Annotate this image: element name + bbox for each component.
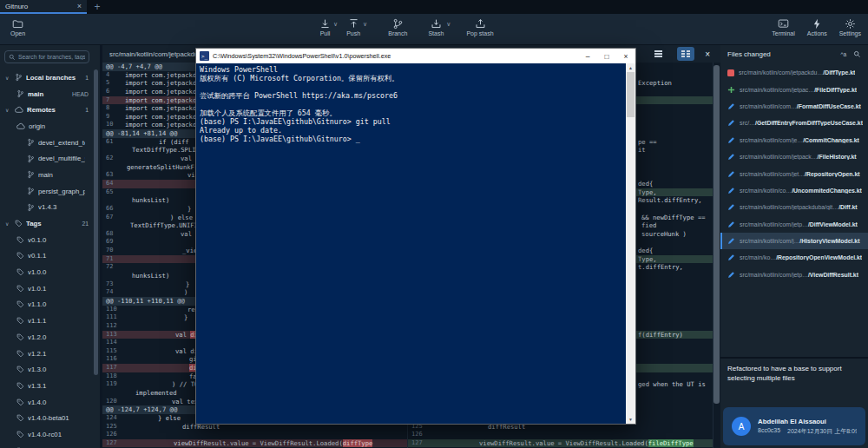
open-button[interactable]: Open — [10, 18, 25, 36]
powershell-window[interactable]: >_ C:\Windows\System32\WindowsPowerShell… — [195, 48, 636, 425]
tree-row[interactable]: v1.4.1 — [0, 443, 94, 448]
modified-icon — [727, 221, 735, 228]
file-path: src/main/kotlin/com/jetpack… — [740, 154, 818, 160]
file-row[interactable]: src/main/kotlin/com/jetp…/DiffViewModel.… — [720, 216, 868, 233]
minimize-button[interactable]: – — [578, 49, 597, 63]
tree-row[interactable]: main — [0, 167, 94, 183]
tag-icon — [16, 333, 24, 341]
tree-row[interactable]: v1.4.3 — [0, 200, 94, 216]
file-path: src/main/kotlin/com/je… — [740, 137, 803, 143]
file-path: src/main/kotlin/com/jetpac… — [740, 87, 814, 93]
file-row[interactable]: src/…/GetDiffEntryFromDiffTypeUseCase.kt — [720, 115, 868, 131]
diff-scrollbar[interactable] — [713, 65, 720, 404]
maximize-button[interactable]: □ — [597, 49, 616, 63]
tab-gitnuro[interactable]: Gitnuro × — [0, 0, 87, 14]
tree-row[interactable]: v1.3.1 — [0, 378, 94, 394]
tree-row[interactable]: origin — [0, 118, 94, 135]
file-row[interactable]: src/main/kotlin/com/j…/HistoryViewModel.… — [720, 233, 868, 249]
tree-row[interactable]: ∨ Remotes 1 — [0, 102, 94, 118]
file-path: src/main/kotlin/com/jetpackduba/git… — [740, 204, 838, 210]
split-view-icon[interactable] — [677, 47, 694, 61]
file-row[interactable]: src/main/kotlin/com…/FormatDiffUseCase.k… — [720, 98, 868, 115]
diff-token: diffType — [343, 439, 373, 447]
tree-row[interactable]: devel_multifile_selec… — [0, 150, 94, 167]
tree-row[interactable]: main HEAD — [0, 86, 94, 102]
file-row[interactable]: src/main/ko…/RepositoryOpenViewModel.kt — [720, 249, 868, 266]
tag-icon — [16, 300, 24, 308]
file-path: src/main/kotlin/com/jetp… — [740, 221, 808, 227]
pull-button[interactable]: Pull — [319, 18, 331, 36]
terminal-button[interactable]: Terminal — [772, 18, 794, 36]
powershell-title-bar[interactable]: >_ C:\Windows\System32\WindowsPowerShell… — [196, 49, 635, 63]
push-button[interactable]: Push — [346, 18, 360, 36]
stash-button[interactable]: Stash — [428, 18, 444, 36]
tree-row[interactable]: v1.4.0-rc01 — [0, 426, 94, 443]
diff-line: 126 — [102, 431, 407, 439]
file-row[interactable]: src/main/kotlin/com/jet…/RepositoryOpen.… — [720, 165, 868, 181]
sidebar-scrollbar[interactable] — [94, 69, 98, 375]
settings-button[interactable]: Settings — [839, 18, 861, 36]
tree-row[interactable]: v1.3.0 — [0, 361, 94, 378]
tree-row[interactable]: v1.2.1 — [0, 346, 94, 362]
push-dropdown-chevron-icon[interactable]: ∨ — [363, 21, 367, 28]
branch-button[interactable]: Branch — [388, 18, 407, 36]
file-name: /FileHistory.kt — [818, 154, 857, 160]
pop-stash-button[interactable]: Pop stash — [466, 18, 493, 36]
tab-close-icon[interactable]: × — [77, 2, 82, 10]
diff-close-icon[interactable]: × — [705, 49, 710, 59]
scrollbar-thumb[interactable] — [627, 72, 635, 117]
terminal-output[interactable]: Windows PowerShell版权所有 (C) Microsoft Cor… — [196, 63, 626, 424]
search-input[interactable] — [18, 54, 85, 60]
tree-row[interactable]: v1.0.1 — [0, 280, 94, 297]
file-row[interactable]: src/main/kotlin/co…/UncommitedChanges.kt — [720, 182, 868, 199]
tag-icon — [16, 414, 24, 422]
scroll-down-icon[interactable]: ▼ — [628, 415, 633, 424]
tree-item-label: v1.4.3 — [38, 203, 85, 211]
chevron-down-icon[interactable]: ∨ — [5, 75, 11, 81]
new-tab-button[interactable]: + — [87, 0, 108, 14]
file-row[interactable]: src/main/kotlin/com/jetpac…/FileDiffType… — [720, 81, 868, 97]
tree-row[interactable]: ∨ Local branches 1 — [0, 69, 94, 86]
tree-row[interactable]: v1.1.1 — [0, 313, 94, 329]
unified-view-icon[interactable] — [649, 47, 667, 61]
terminal-scrollbar[interactable]: ▲ ▼ — [626, 63, 635, 424]
tree-row[interactable]: v1.4.0 — [0, 394, 94, 411]
chevron-down-icon[interactable]: ∨ — [5, 221, 11, 227]
commit-author-card[interactable]: A Abdelilah El Aissaoui 8cc0c35 2024年12月… — [723, 407, 865, 445]
file-row[interactable]: src/main/kotlin/com/jetpack…/FileHistory… — [720, 148, 868, 165]
stash-dropdown-chevron-icon[interactable]: ∨ — [446, 21, 450, 28]
tree-row[interactable]: devel_extend_termina… — [0, 135, 94, 151]
scroll-up-icon[interactable]: ▲ — [628, 63, 633, 72]
file-row[interactable]: src/main/kotlin/com/jetpackdu…/DiffType.… — [720, 64, 868, 81]
file-row[interactable]: src/main/kotlin/com/jetpackduba/git…/Dif… — [720, 199, 868, 215]
tree-row[interactable]: persist_graph_paddin… — [0, 183, 94, 200]
tree-row[interactable]: v1.2.0 — [0, 329, 94, 346]
file-name: /HistoryViewModel.kt — [799, 238, 859, 244]
branch-search-box[interactable] — [4, 50, 89, 63]
tree-row[interactable]: v0.1.1 — [0, 248, 94, 265]
file-row[interactable]: src/main/kotlin/com/je…/CommitChanges.kt — [720, 132, 868, 148]
file-name: /FormatDiffUseCase.kt — [797, 103, 861, 109]
tree-item-label: persist_graph_paddin… — [38, 188, 85, 195]
file-path: src/main/kotlin/co… — [740, 188, 792, 194]
tree-row[interactable]: v0.1.0 — [0, 232, 94, 248]
tree-row[interactable]: v1.1.0 — [0, 297, 94, 313]
chevron-down-icon[interactable]: ∨ — [5, 107, 11, 113]
tree-item-label: Local branches — [26, 74, 82, 82]
tree-row[interactable]: v1.4.0-beta01 — [0, 410, 94, 426]
tree-item-label: v1.3.0 — [28, 366, 85, 373]
diff-line: 126 — [408, 431, 713, 439]
pull-dropdown-chevron-icon[interactable]: ∨ — [333, 21, 338, 28]
tree-item-badge: 21 — [82, 221, 94, 227]
close-button[interactable]: × — [616, 49, 635, 63]
tree-row[interactable]: ∨ Tags 21 — [0, 215, 94, 232]
terminal-line: 加载个人及系统配置文件用了 654 毫秒。 — [200, 109, 622, 117]
actions-button[interactable]: Actions — [807, 18, 827, 36]
tree-item-label: Tags — [26, 220, 78, 227]
search-files-icon[interactable] — [853, 50, 861, 58]
text-options-icon[interactable]: ᴬa — [840, 51, 846, 57]
file-row[interactable]: src/main/kotlin/com/jetp…/ViewDiffResult… — [720, 267, 868, 283]
tree-item-label: v1.0.0 — [28, 268, 85, 276]
line-number: 62 — [102, 155, 123, 163]
tree-row[interactable]: v1.0.0 — [0, 264, 94, 280]
